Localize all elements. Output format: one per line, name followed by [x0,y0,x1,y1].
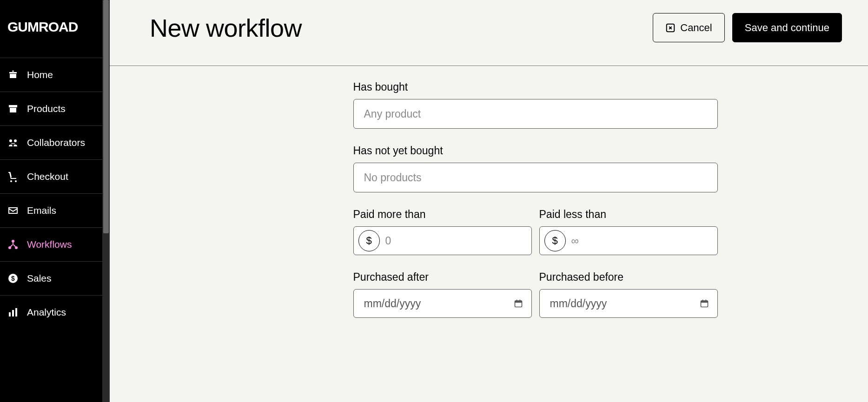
has-not-bought-input[interactable]: No products [353,163,718,192]
envelope-icon [7,205,19,216]
dollar-circle-icon: $ [7,273,19,284]
svg-rect-6 [9,312,11,316]
svg-rect-15 [701,301,708,303]
has-not-bought-label: Has not yet bought [353,145,718,157]
sidebar-item-label: Products [27,103,66,114]
archive-icon [7,103,19,114]
paid-less-input-wrapper: $ [539,226,718,255]
sidebar-item-workflows[interactable]: Workflows [0,227,110,261]
svg-rect-17 [705,300,706,302]
sidebar-item-sales[interactable]: $ Sales [0,261,110,295]
currency-prefix: $ [358,230,380,251]
paid-less-input[interactable] [571,235,712,247]
diagram-icon [7,239,19,250]
currency-prefix: $ [544,230,566,251]
sidebar-item-checkout[interactable]: Checkout [0,159,110,193]
sidebar-scrollbar[interactable] [102,0,110,402]
has-bought-label: Has bought [353,81,718,93]
has-bought-input[interactable]: Any product [353,99,718,129]
cancel-button[interactable]: Cancel [653,13,724,42]
people-arrows-icon [7,137,19,148]
purchased-after-label: Purchased after [353,271,532,283]
svg-rect-12 [516,300,517,302]
sidebar-item-label: Analytics [27,307,66,318]
svg-text:GUMROAD: GUMROAD [7,20,78,34]
save-continue-button-label: Save and continue [745,22,829,34]
field-has-not-bought: Has not yet bought No products [353,145,718,192]
purchased-after-input[interactable]: mm/dd/yyyy [353,289,532,318]
sidebar-item-label: Sales [27,273,52,284]
svg-rect-13 [519,300,520,302]
field-has-bought: Has bought Any product [353,81,718,129]
svg-rect-8 [15,308,17,316]
brand-logo[interactable]: GUMROAD [0,0,110,58]
home-icon [7,69,19,80]
save-continue-button[interactable]: Save and continue [732,13,842,42]
paid-more-label: Paid more than [353,208,532,221]
cart-icon [7,171,19,182]
field-paid-more: Paid more than $ [353,208,532,255]
sidebar-item-analytics[interactable]: Analytics [0,295,110,329]
svg-point-1 [12,240,14,243]
svg-rect-7 [12,310,14,316]
purchased-before-label: Purchased before [539,271,718,283]
sidebar-item-label: Workflows [27,239,72,250]
sidebar-item-label: Checkout [27,171,68,182]
field-paid-less: Paid less than $ [539,208,718,255]
paid-more-input-wrapper: $ [353,226,532,255]
purchased-after-placeholder: mm/dd/yyyy [364,297,421,310]
paid-more-input[interactable] [385,235,526,247]
sidebar-item-emails[interactable]: Emails [0,193,110,227]
calendar-icon [514,299,523,308]
calendar-icon [700,299,709,308]
header-actions: Cancel Save and continue [653,13,842,42]
purchased-before-placeholder: mm/dd/yyyy [550,297,607,310]
purchased-before-input[interactable]: mm/dd/yyyy [539,289,718,318]
sidebar-item-label: Emails [27,205,56,216]
field-purchased-before: Purchased before mm/dd/yyyy [539,271,718,318]
svg-text:$: $ [11,275,15,282]
sidebar-item-home[interactable]: Home [0,58,110,92]
bar-chart-icon [7,307,19,318]
paid-less-label: Paid less than [539,208,718,221]
sidebar-item-label: Home [27,69,53,80]
sidebar-item-label: Collaborators [27,137,85,148]
sidebar-nav: Home Products Collaborators Checkout [0,58,110,329]
svg-rect-16 [702,300,703,302]
sidebar-item-products[interactable]: Products [0,92,110,125]
form-area: Has bought Any product Has not yet bough… [110,66,868,346]
svg-rect-11 [515,301,522,303]
sidebar-item-collaborators[interactable]: Collaborators [0,125,110,159]
has-bought-placeholder: Any product [364,108,421,120]
sidebar: GUMROAD Home Products Collaborators [0,0,110,402]
page-header: New workflow Cancel Save and continue [110,0,868,66]
x-square-icon [665,23,676,33]
cancel-button-label: Cancel [680,22,712,34]
page-title: New workflow [150,13,302,42]
has-not-bought-placeholder: No products [364,171,422,184]
sidebar-scrollbar-thumb[interactable] [103,0,109,233]
field-purchased-after: Purchased after mm/dd/yyyy [353,271,532,318]
main-content: New workflow Cancel Save and continue Ha… [110,0,868,402]
